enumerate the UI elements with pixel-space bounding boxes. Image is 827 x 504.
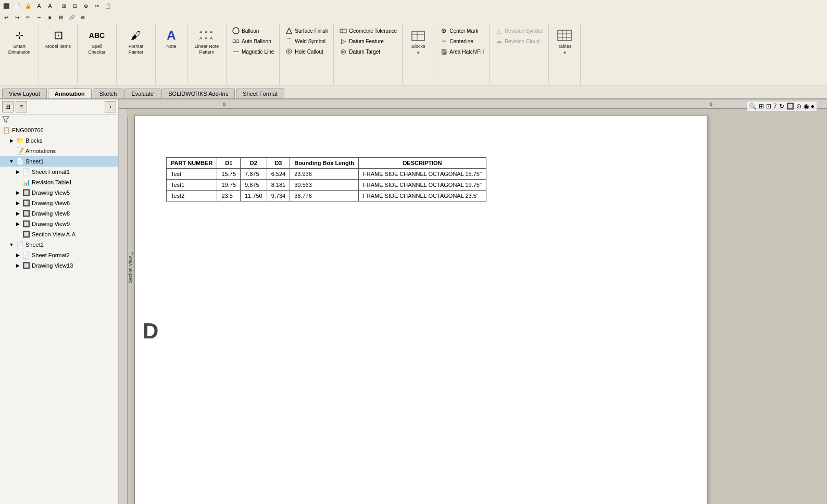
- canvas-tool-2[interactable]: ⊡: [766, 103, 771, 110]
- centerline-button[interactable]: ╌ Centerline: [437, 36, 486, 46]
- drawing-view8-toggle[interactable]: ▶: [15, 210, 21, 217]
- tables-label: Tables: [558, 44, 571, 49]
- toolbar-icon-4[interactable]: A: [34, 1, 44, 10]
- toolbar-icon-2[interactable]: 📄: [12, 1, 22, 10]
- toolbar-icon-8[interactable]: ⊕: [81, 1, 91, 10]
- drawing-view9-toggle[interactable]: ▶: [15, 221, 21, 227]
- canvas-tool-7[interactable]: ◉: [804, 103, 809, 110]
- sidebar-item-drawing-view6[interactable]: ▶ 🔲 Drawing View6: [0, 198, 118, 208]
- drawing-view6-toggle[interactable]: ▶: [15, 200, 21, 206]
- spell-checker-button[interactable]: ABC Spell Checker: [82, 26, 112, 56]
- sidebar-item-sheet2[interactable]: ▼ 📄 Sheet2: [0, 240, 118, 250]
- center-mark-button[interactable]: ⊕ Center Mark: [437, 26, 486, 35]
- toolbar2-icon-6[interactable]: ⊞: [56, 12, 66, 22]
- canvas-tool-1[interactable]: ⊞: [759, 103, 764, 110]
- sidebar-item-drawing-view5[interactable]: ▶ 🔲 Drawing View5: [0, 187, 118, 198]
- smart-dimension-button[interactable]: ⊹ Smart Dimension: [4, 26, 34, 56]
- sidebar-item-drawing-view13[interactable]: ▶ 🔲 Drawing View13: [0, 260, 118, 271]
- sidebar-expand-btn[interactable]: ›: [105, 101, 116, 112]
- tab-solidworks-addins[interactable]: SOLIDWORKS Add-Ins: [161, 89, 235, 98]
- toolbar-icon-6[interactable]: ⊞: [59, 1, 69, 10]
- canvas-tool-3[interactable]: 7: [773, 103, 777, 110]
- sidebar-revision-table-label: Revision Table1: [32, 179, 72, 185]
- tables-chevron[interactable]: ▼: [561, 51, 568, 55]
- toolbar2-icon-5[interactable]: ≡: [45, 12, 55, 22]
- drawing-view13-toggle[interactable]: ▶: [15, 262, 21, 269]
- svg-text:A: A: [199, 36, 203, 41]
- toolbar2-icon-4[interactable]: ╌: [34, 12, 44, 22]
- tab-sketch[interactable]: Sketch: [93, 89, 124, 98]
- model-items-button[interactable]: ⊡ Model Items: [43, 26, 73, 51]
- tab-sheet-format[interactable]: Sheet Format: [236, 89, 284, 98]
- note-button[interactable]: A Note: [160, 26, 183, 51]
- toolbar-icons-top: ⬛ 📄 🔒 A A ⊞ ⊡ ⊕ ✂ 📋: [0, 0, 827, 11]
- datum-feature-button[interactable]: ▷ Datum Feature: [337, 36, 399, 46]
- toolbar-icon-5[interactable]: A: [45, 1, 55, 10]
- canvas-tool-8[interactable]: ●: [811, 103, 815, 110]
- sidebar-root[interactable]: 📋 ENG000766: [0, 125, 118, 135]
- sidebar-filter-icon[interactable]: [0, 115, 118, 125]
- geometric-tolerance-button[interactable]: Geometric Tolerance: [337, 26, 399, 35]
- table-cell-2-1: 23.5: [217, 191, 241, 201]
- tab-view-layout[interactable]: View Layout: [2, 89, 47, 98]
- toolbar-icon-1[interactable]: ⬛: [2, 1, 11, 10]
- area-hatch-button[interactable]: ▨ Area Hatch/Fill: [437, 47, 486, 56]
- canvas-tool-search[interactable]: 🔍: [749, 103, 757, 110]
- sidebar-item-drawing-view9[interactable]: ▶ 🔲 Drawing View9: [0, 219, 118, 229]
- revision-symbol-button[interactable]: △ Revision Symbol: [493, 26, 545, 35]
- revision-cloud-button[interactable]: ☁ Revision Cloud: [493, 36, 545, 46]
- sidebar-drawing-view8-label: Drawing View8: [32, 210, 70, 217]
- sidebar-icon-view2[interactable]: ≡: [16, 101, 27, 112]
- blocks-toggle[interactable]: ▶: [8, 137, 15, 144]
- balloon-button[interactable]: Balloon: [230, 26, 276, 35]
- canvas-tool-4[interactable]: ↻: [779, 103, 784, 110]
- sheet2-toggle[interactable]: ▼: [8, 242, 15, 248]
- sidebar-item-section-view-aa[interactable]: 🔲 Section View A-A: [0, 229, 118, 240]
- auto-balloon-button[interactable]: Auto Balloon: [230, 36, 276, 46]
- sidebar-item-annotations[interactable]: 📝 Annotations: [0, 146, 118, 156]
- sidebar-item-sheet1[interactable]: ▼ 📄 Sheet1: [0, 156, 118, 167]
- toolbar-icon-9[interactable]: ✂: [92, 1, 102, 10]
- spell-checker-icon: ABC: [89, 27, 105, 44]
- canvas-area[interactable]: 8 6 Section View _ 🔍 ⊞ ⊡ 7 ↻ 🔲 ⊙ ◉ ●: [119, 99, 827, 504]
- blocks-button[interactable]: Blocks: [407, 26, 430, 51]
- sidebar-icon-view1[interactable]: ⊞: [2, 101, 14, 112]
- magnetic-line-button[interactable]: — Magnetic Line: [230, 47, 276, 56]
- toolbar2-icon-1[interactable]: ↩: [2, 12, 11, 22]
- surface-finish-button[interactable]: Surface Finish: [283, 26, 330, 35]
- toolbar2-icon-7[interactable]: 🔗: [67, 12, 77, 22]
- toolbar2-icon-8[interactable]: ⊗: [78, 12, 87, 22]
- tab-annotation[interactable]: Annotation: [48, 89, 92, 98]
- sidebar-item-sheet-format1[interactable]: ▶ 📄 Sheet Format1: [0, 167, 118, 177]
- drawing-view5-toggle[interactable]: ▶: [15, 190, 21, 196]
- table-cell-0-4: 23.936: [290, 169, 359, 180]
- sheet-format2-toggle[interactable]: ▶: [15, 252, 21, 258]
- sheet1-toggle[interactable]: ▼: [8, 158, 15, 165]
- linear-note-pattern-button[interactable]: A A A A A A Linear Note Pattern: [192, 26, 222, 56]
- sidebar-item-drawing-view8[interactable]: ▶ 🔲 Drawing View8: [0, 208, 118, 219]
- ribbon-group-linear-note: A A A A A A Linear Note Pattern: [187, 24, 227, 84]
- toolbar-icon-7[interactable]: ⊡: [70, 1, 80, 10]
- table-row-1: Test119.759.8758.18130.563FRAME SIDE CHA…: [167, 180, 486, 191]
- blocks-chevron[interactable]: ▼: [415, 51, 421, 55]
- tab-evaluate[interactable]: Evaluate: [124, 89, 160, 98]
- canvas-tool-6[interactable]: ⊙: [796, 103, 801, 110]
- sidebar-item-revision-table[interactable]: 📊 Revision Table1: [0, 177, 118, 187]
- sidebar-item-blocks[interactable]: ▶ 📁 Blocks: [0, 135, 118, 146]
- sheet-letter-d: D: [143, 319, 158, 344]
- format-painter-button[interactable]: 🖌 Format Painter: [121, 26, 151, 56]
- tables-button[interactable]: Tables: [553, 26, 576, 51]
- sheet-format1-toggle[interactable]: ▶: [15, 169, 21, 175]
- hole-callout-button[interactable]: Hole Callout: [283, 47, 330, 56]
- weld-symbol-button[interactable]: ⌒ Weld Symbol: [283, 36, 330, 46]
- canvas-tool-5[interactable]: 🔲: [786, 103, 794, 110]
- toolbar-icon-10[interactable]: 📋: [103, 1, 112, 10]
- tables-icon: [556, 27, 573, 44]
- datum-target-button[interactable]: ◎ Datum Target: [337, 47, 399, 56]
- root-icon: 📋: [2, 126, 10, 134]
- toolbar2-icon-3[interactable]: ✏: [23, 12, 33, 22]
- toolbar-icon-3[interactable]: 🔒: [23, 1, 33, 10]
- sidebar-item-sheet-format2[interactable]: ▶ 📄 Sheet Format2: [0, 250, 118, 260]
- toolbar2-icon-2[interactable]: ↪: [12, 12, 22, 22]
- svg-marker-22: [3, 117, 9, 122]
